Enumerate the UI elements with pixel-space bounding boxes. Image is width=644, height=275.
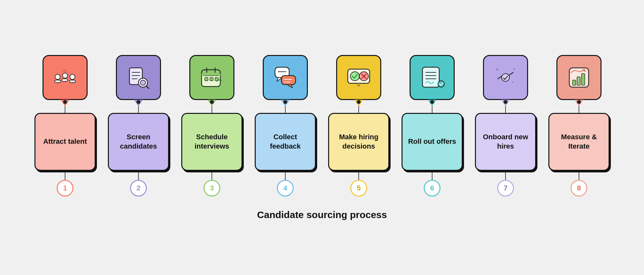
connector-line-bottom-8	[579, 171, 579, 180]
step-col-1: Attract talent 1	[31, 55, 99, 197]
step-col-8: Measure & Iterate 8	[545, 55, 613, 197]
svg-text:✦: ✦	[511, 80, 514, 84]
svg-rect-42	[577, 77, 580, 85]
svg-point-3	[55, 74, 60, 79]
screen-candidates-icon	[116, 55, 161, 100]
step-card-4: Collect feedback	[255, 113, 316, 171]
svg-line-12	[146, 86, 149, 88]
step-number-3: 3	[204, 180, 220, 197]
svg-point-5	[70, 74, 75, 79]
connector-dot-top-7	[504, 100, 507, 104]
step-col-5: Make hiring decisions 5	[325, 55, 393, 197]
svg-rect-0	[55, 80, 61, 83]
svg-point-27	[350, 72, 359, 81]
step-col-3: Schedule interviews 3	[178, 55, 246, 197]
svg-rect-1	[62, 79, 68, 81]
step-card-8: Measure & Iterate	[548, 113, 610, 171]
attract-talent-icon	[43, 55, 88, 100]
svg-rect-2	[70, 80, 75, 83]
svg-point-4	[62, 73, 68, 78]
svg-rect-15	[202, 74, 220, 76]
connector-dot-top-4	[283, 100, 287, 104]
step-number-8: 8	[571, 180, 587, 197]
step-number-2: 2	[130, 180, 147, 197]
connector-dot-top-3	[210, 100, 214, 104]
step-card-6: Roll out offers	[402, 113, 463, 171]
step-col-7: ✦ ✦ ✦ Onboard new hires 7	[472, 55, 539, 197]
svg-rect-18	[205, 78, 208, 81]
connector-line-bottom-7	[505, 171, 506, 180]
step-col-4: Collect feedback 4	[251, 55, 319, 197]
connector-dot-top-8	[577, 100, 581, 104]
step-card-5: Make hiring decisions	[328, 113, 389, 171]
connector-dot-top-6	[430, 100, 434, 104]
connector-dot-top-5	[357, 100, 361, 104]
page-title: Candidate sourcing process	[257, 209, 387, 220]
main-container: Attract talent 1 Screen candidates 2	[6, 55, 638, 220]
steps-row: Attract talent 1 Screen candidates 2	[6, 55, 638, 197]
step-label-5: Make hiring decisions	[334, 133, 384, 151]
step-label-1: Attract talent	[43, 137, 87, 146]
connector-dot-top-1	[63, 100, 67, 104]
connector-line-bottom-6	[432, 171, 432, 180]
svg-rect-31	[422, 67, 439, 87]
step-label-3: Schedule interviews	[187, 133, 237, 151]
step-label-6: Roll out offers	[408, 137, 456, 146]
step-number-1: 1	[57, 180, 73, 197]
svg-point-36	[502, 74, 509, 81]
onboard-new-hires-icon: ✦ ✦ ✦	[483, 55, 528, 100]
svg-text:✦: ✦	[513, 67, 516, 71]
connector-line-bottom-3	[212, 171, 212, 180]
step-col-6: Roll out offers 6	[398, 55, 466, 197]
step-label-7: Onboard new hires	[481, 133, 530, 151]
make-hiring-decisions-icon	[336, 55, 381, 100]
step-label-8: Measure & Iterate	[554, 133, 604, 151]
rollout-offers-icon	[410, 55, 455, 100]
connector-line-bottom-4	[285, 171, 286, 180]
svg-point-11	[140, 80, 146, 85]
connector-line-bottom-5	[358, 171, 359, 180]
schedule-interviews-icon	[189, 55, 234, 100]
svg-rect-22	[281, 76, 296, 85]
step-number-7: 7	[497, 180, 514, 197]
svg-rect-41	[573, 80, 576, 85]
connector-line-bottom-2	[138, 171, 139, 180]
measure-iterate-icon	[556, 55, 601, 100]
connector-dot-top-2	[137, 100, 140, 104]
svg-rect-43	[582, 74, 585, 85]
step-number-5: 5	[350, 180, 367, 197]
step-card-1: Attract talent	[34, 113, 96, 171]
step-number-6: 6	[424, 180, 440, 197]
step-label-4: Collect feedback	[260, 133, 310, 151]
step-number-4: 4	[277, 180, 294, 197]
step-card-2: Screen candidates	[108, 113, 169, 171]
svg-point-35	[438, 81, 444, 87]
step-label-2: Screen candidates	[114, 133, 163, 151]
step-card-7: Onboard new hires	[475, 113, 536, 171]
connector-line-bottom-1	[65, 171, 65, 180]
collect-feedback-icon	[263, 55, 308, 100]
svg-rect-19	[210, 78, 213, 81]
step-card-3: Schedule interviews	[181, 113, 242, 171]
svg-text:✦: ✦	[495, 67, 499, 72]
step-col-2: Screen candidates 2	[105, 55, 172, 197]
